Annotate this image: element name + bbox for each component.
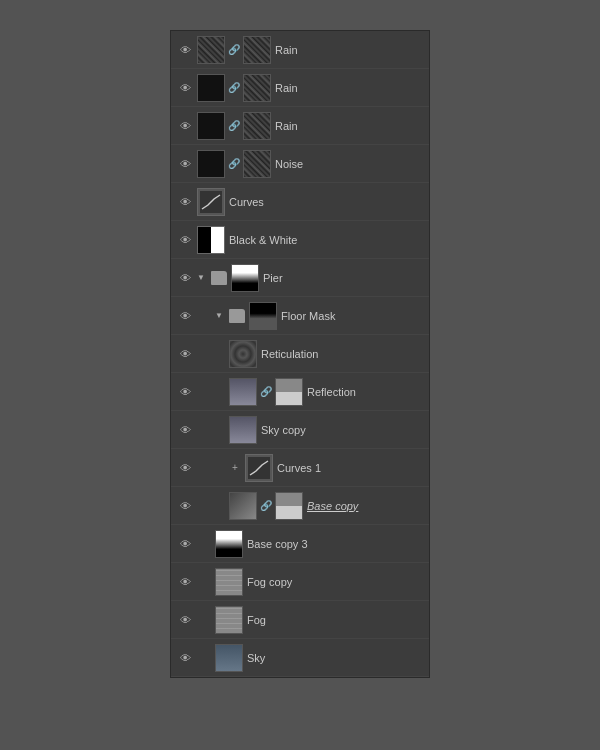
adjustment-thumbnail	[197, 188, 225, 216]
layer-row[interactable]: 👁Fog	[171, 601, 429, 639]
layer-name-label: Base copy	[307, 500, 423, 512]
folder-icon	[211, 271, 227, 285]
layer-name-label: Rain	[275, 120, 423, 132]
layer-row[interactable]: 👁Sky copy	[171, 411, 429, 449]
layer-name-label: Curves 1	[277, 462, 423, 474]
link-icon: 🔗	[229, 120, 239, 131]
layers-panel: 👁🔗Rain👁🔗Rain👁🔗Rain👁🔗Noise👁Curves👁Black &…	[170, 30, 430, 678]
layer-row[interactable]: 👁🔗Reflection	[171, 373, 429, 411]
layer-thumbnail-main	[229, 416, 257, 444]
layer-thumbnail-main	[215, 644, 243, 672]
eye-icon[interactable]: 👁	[177, 80, 193, 96]
eye-icon[interactable]: 👁	[177, 460, 193, 476]
layer-name-label: Noise	[275, 158, 423, 170]
layer-name-label: Pier	[263, 272, 423, 284]
layer-name-label: Base copy 3	[247, 538, 423, 550]
layer-name-label: Reticulation	[261, 348, 423, 360]
layer-row[interactable]: 👁🔗Base copy	[171, 487, 429, 525]
eye-icon[interactable]: 👁	[177, 384, 193, 400]
adjustment-thumbnail	[245, 454, 273, 482]
layer-name-label: Rain	[275, 82, 423, 94]
eye-icon[interactable]: 👁	[177, 232, 193, 248]
link-icon: 🔗	[261, 386, 271, 397]
eye-icon[interactable]: 👁	[177, 194, 193, 210]
layer-name-label: Fog copy	[247, 576, 423, 588]
layer-row[interactable]: 👁Sky	[171, 639, 429, 677]
layer-thumbnail-mask	[275, 492, 303, 520]
eye-icon[interactable]: 👁	[177, 650, 193, 666]
layer-row[interactable]: 👁🔗Rain	[171, 107, 429, 145]
layer-row[interactable]: 👁Fog copy	[171, 563, 429, 601]
layer-name-label: Black & White	[229, 234, 423, 246]
layer-thumbnail-main	[197, 150, 225, 178]
eye-icon[interactable]: 👁	[177, 612, 193, 628]
eye-icon[interactable]: 👁	[177, 308, 193, 324]
layer-row[interactable]: 👁Black & White	[171, 221, 429, 259]
layer-row[interactable]: 👁+Curves 1	[171, 449, 429, 487]
eye-icon[interactable]: 👁	[177, 498, 193, 514]
group-arrow-icon[interactable]: ▼	[197, 273, 207, 282]
eye-icon[interactable]: 👁	[177, 270, 193, 286]
layer-thumbnail-main	[231, 264, 259, 292]
layer-name-label: Reflection	[307, 386, 423, 398]
layer-thumbnail-mask	[243, 112, 271, 140]
layer-row[interactable]: 👁▼Floor Mask	[171, 297, 429, 335]
layer-thumbnail-main	[215, 568, 243, 596]
layer-thumbnail-mask	[275, 378, 303, 406]
eye-icon[interactable]: 👁	[177, 574, 193, 590]
layer-row[interactable]: 👁Reticulation	[171, 335, 429, 373]
eye-icon[interactable]: 👁	[177, 422, 193, 438]
layer-thumbnail-main	[197, 36, 225, 64]
layer-row[interactable]: 👁Curves	[171, 183, 429, 221]
eye-icon[interactable]: 👁	[177, 118, 193, 134]
layer-name-label: Floor Mask	[281, 310, 423, 322]
layer-thumbnail-main	[229, 340, 257, 368]
layer-name-label: Sky copy	[261, 424, 423, 436]
adjustment-thumbnail	[197, 226, 225, 254]
layer-name-label: Curves	[229, 196, 423, 208]
layer-thumbnail-mask	[243, 36, 271, 64]
eye-icon[interactable]: 👁	[177, 156, 193, 172]
layer-row[interactable]: 👁▼Pier	[171, 259, 429, 297]
layer-name-label: Fog	[247, 614, 423, 626]
layer-thumbnail-main	[249, 302, 277, 330]
group-arrow-icon[interactable]: ▼	[215, 311, 225, 320]
link-icon: 🔗	[229, 158, 239, 169]
layer-thumbnail-main	[229, 378, 257, 406]
layer-thumbnail-mask	[243, 74, 271, 102]
layer-row[interactable]: 👁🔗Rain	[171, 69, 429, 107]
link-icon: 🔗	[261, 500, 271, 511]
layer-thumbnail-main	[215, 606, 243, 634]
link-icon: 🔗	[229, 44, 239, 55]
layer-name-label: Sky	[247, 652, 423, 664]
layer-thumbnail-main	[229, 492, 257, 520]
eye-icon[interactable]: 👁	[177, 346, 193, 362]
eye-icon[interactable]: 👁	[177, 536, 193, 552]
eye-icon[interactable]: 👁	[177, 42, 193, 58]
plus-icon: +	[229, 462, 241, 474]
folder-icon	[229, 309, 245, 323]
link-icon: 🔗	[229, 82, 239, 93]
layer-row[interactable]: 👁🔗Noise	[171, 145, 429, 183]
layer-thumbnail-main	[197, 112, 225, 140]
layer-row[interactable]: 👁🔗Rain	[171, 31, 429, 69]
layer-name-label: Rain	[275, 44, 423, 56]
layer-thumbnail-mask	[243, 150, 271, 178]
layer-row[interactable]: 👁Base copy 3	[171, 525, 429, 563]
layer-thumbnail-main	[197, 74, 225, 102]
layer-thumbnail-main	[215, 530, 243, 558]
